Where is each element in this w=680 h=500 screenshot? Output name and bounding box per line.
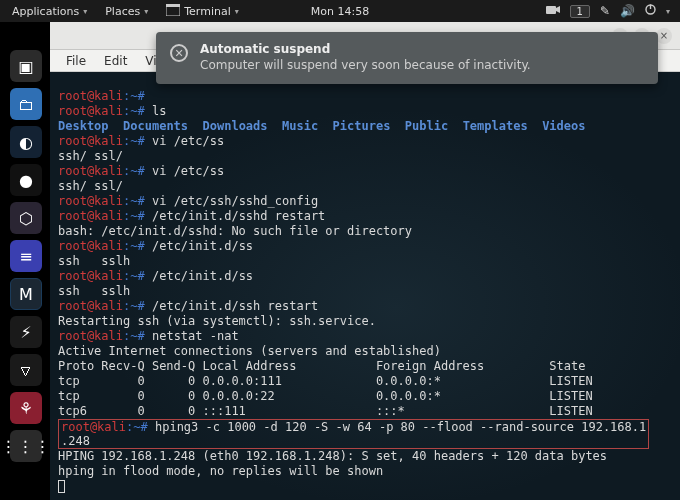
prompt-path: :~# — [123, 104, 145, 118]
dir: Downloads — [203, 119, 268, 133]
prompt-path: :~# — [123, 134, 145, 148]
svg-rect-2 — [546, 6, 556, 14]
output: HPING 192.168.1.248 (eth0 192.168.1.248)… — [58, 449, 607, 463]
cmd: /etc/init.d/ss — [152, 269, 253, 283]
prompt-user: root@kali — [58, 89, 123, 103]
cmd: vi /etc/ss — [152, 164, 224, 178]
prompt-path: :~# — [123, 164, 145, 178]
dir: Pictures — [333, 119, 391, 133]
caret-icon: ▾ — [235, 7, 239, 16]
clock[interactable]: Mon 14:58 — [311, 5, 369, 18]
prompt-path: :~# — [123, 194, 145, 208]
output: ssh/ ssl/ — [58, 149, 123, 163]
dir: Templates — [463, 119, 528, 133]
dir: Music — [282, 119, 318, 133]
prompt-path: :~# — [123, 269, 145, 283]
output: Restarting ssh (via systemctl): ssh.serv… — [58, 314, 376, 328]
output: tcp6 0 0 :::111 :::* LISTEN — [58, 404, 593, 418]
prompt-user: root@kali — [58, 209, 123, 223]
terminal-menu[interactable]: Terminal ▾ — [158, 1, 247, 22]
prompt-user: root@kali — [58, 299, 123, 313]
output: tcp 0 0 0.0.0.0:22 0.0.0.0:* LISTEN — [58, 389, 593, 403]
prompt-user: root@kali — [61, 420, 126, 434]
dock-metasploit-icon[interactable]: M — [10, 278, 42, 310]
notification-popup[interactable]: ✕ Automatic suspend Computer will suspen… — [156, 32, 658, 84]
notification-title: Automatic suspend — [200, 42, 531, 56]
dir: Public — [405, 119, 448, 133]
output: ssh sslh — [58, 254, 130, 268]
prompt-user: root@kali — [58, 329, 123, 343]
output: tcp 0 0 0.0.0.0:111 0.0.0.0:* LISTEN — [58, 374, 593, 388]
volume-tray-icon[interactable]: 🔊 — [620, 4, 635, 18]
svg-rect-1 — [166, 4, 180, 7]
places-label: Places — [105, 5, 140, 18]
dock-wireshark-icon[interactable]: 🜄 — [10, 354, 42, 386]
cmd: hping3 -c 1000 -d 120 -S -w 64 -p 80 --f… — [155, 420, 646, 434]
output: ssh/ ssl/ — [58, 179, 123, 193]
cmd: /etc/init.d/sshd restart — [152, 209, 325, 223]
terminal-cursor — [58, 480, 65, 493]
notification-body: Computer will suspend very soon because … — [200, 58, 531, 72]
cmd: vi /etc/ssh/sshd_config — [152, 194, 318, 208]
dock-terminal-icon[interactable]: ▣ — [10, 50, 42, 82]
cmd: /etc/init.d/ssh restart — [152, 299, 318, 313]
brush-tray-icon[interactable]: ✎ — [600, 4, 610, 18]
applications-label: Applications — [12, 5, 79, 18]
output: Proto Recv-Q Send-Q Local Address Foreig… — [58, 359, 585, 373]
prompt-user: root@kali — [58, 269, 123, 283]
camera-tray-icon[interactable] — [546, 4, 560, 18]
top-bar: Applications ▾ Places ▾ Terminal ▾ Mon 1… — [0, 0, 680, 22]
dir: Videos — [542, 119, 585, 133]
workspace-badge[interactable]: 1 — [570, 5, 590, 18]
dir: Documents — [123, 119, 188, 133]
terminal-label: Terminal — [184, 5, 231, 18]
prompt-user: root@kali — [58, 164, 123, 178]
dock: ▣ 🗀 ◐ ● ⬡ ≡ M ⚡ 🜄 ⚘ ⋮⋮⋮ — [10, 50, 50, 462]
applications-menu[interactable]: Applications ▾ — [4, 2, 95, 21]
dock-firefox-icon[interactable]: ◐ — [10, 126, 42, 158]
dir: Desktop — [58, 119, 109, 133]
dock-zap-icon[interactable]: ⚡ — [10, 316, 42, 348]
caret-icon: ▾ — [83, 7, 87, 16]
prompt-path: :~# — [123, 89, 145, 103]
terminal-window: – ▫ × File Edit View root@kali:~# root@k… — [50, 22, 680, 500]
dock-burp-icon[interactable]: ⬡ — [10, 202, 42, 234]
cmd: ls — [152, 104, 166, 118]
prompt-path: :~# — [123, 329, 145, 343]
prompt-path: :~# — [123, 299, 145, 313]
dock-app-icon[interactable]: ● — [10, 164, 42, 196]
cmd: .248 — [61, 434, 90, 448]
prompt-user: root@kali — [58, 239, 123, 253]
prompt-path: :~# — [123, 239, 145, 253]
dock-editor-icon[interactable]: ≡ — [10, 240, 42, 272]
file-menu[interactable]: File — [58, 52, 94, 70]
info-icon: ✕ — [170, 44, 188, 62]
prompt-user: root@kali — [58, 134, 123, 148]
highlighted-command: root@kali:~# hping3 -c 1000 -d 120 -S -w… — [58, 419, 649, 449]
output: Active Internet connections (servers and… — [58, 344, 441, 358]
dock-cherrytree-icon[interactable]: ⚘ — [10, 392, 42, 424]
prompt-user: root@kali — [58, 104, 123, 118]
output: hping in flood mode, no replies will be … — [58, 464, 383, 478]
power-tray-icon[interactable] — [645, 4, 656, 18]
cmd: netstat -nat — [152, 329, 239, 343]
caret-icon: ▾ — [666, 7, 670, 16]
output: bash: /etc/init.d/sshd: No such file or … — [58, 224, 412, 238]
edit-menu[interactable]: Edit — [96, 52, 135, 70]
prompt-path: :~# — [126, 420, 148, 434]
dock-show-apps-icon[interactable]: ⋮⋮⋮ — [10, 430, 42, 462]
prompt-path: :~# — [123, 209, 145, 223]
terminal-output[interactable]: root@kali:~# root@kali:~# ls Desktop Doc… — [50, 72, 680, 500]
dock-files-icon[interactable]: 🗀 — [10, 88, 42, 120]
cmd: /etc/init.d/ss — [152, 239, 253, 253]
caret-icon: ▾ — [144, 7, 148, 16]
prompt-user: root@kali — [58, 194, 123, 208]
window-close-button[interactable]: × — [656, 28, 672, 44]
cmd: vi /etc/ss — [152, 134, 224, 148]
places-menu[interactable]: Places ▾ — [97, 2, 156, 21]
terminal-icon — [166, 4, 180, 19]
output: ssh sslh — [58, 284, 130, 298]
